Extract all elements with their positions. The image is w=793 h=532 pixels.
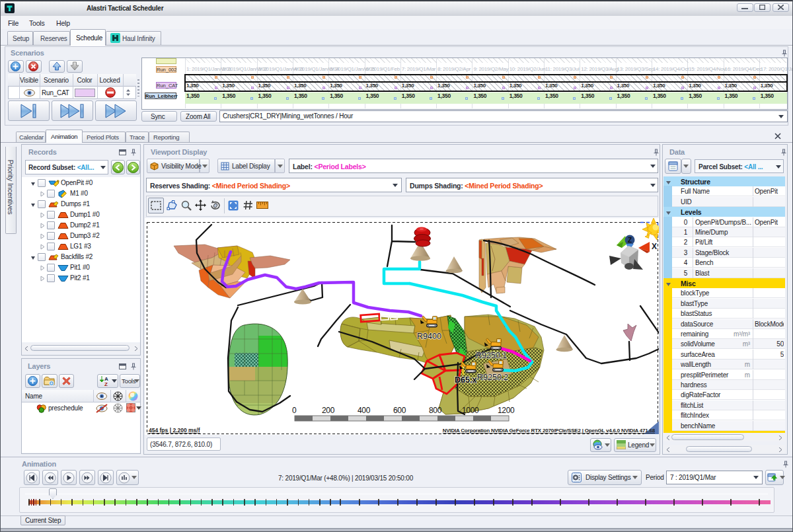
svg-text:600: 600 [393, 406, 406, 415]
svg-text:R9250.1: R9250.1 [476, 351, 507, 360]
svg-text:400: 400 [358, 406, 371, 415]
svg-text:X: X [652, 242, 657, 251]
svg-text:800: 800 [429, 406, 442, 415]
svg-text:200: 200 [322, 406, 335, 415]
svg-text:R9400: R9400 [417, 332, 441, 341]
svg-text:1000: 1000 [462, 406, 479, 415]
svg-text:454 fps | 2.200 ms/f: 454 fps | 2.200 ms/f [149, 427, 200, 434]
svg-text:NVIDIA Corporation NVIDIA GeFo: NVIDIA Corporation NVIDIA GeForce RTX 20… [443, 428, 656, 434]
svg-text:0: 0 [292, 406, 297, 415]
svg-text:Z: Z [104, 381, 108, 387]
svg-text:1200: 1200 [498, 406, 515, 415]
svg-text:Z: Z [628, 237, 632, 244]
svg-text:R9250.2: R9250.2 [477, 373, 508, 382]
svg-text:D65.x: D65.x [455, 375, 476, 385]
